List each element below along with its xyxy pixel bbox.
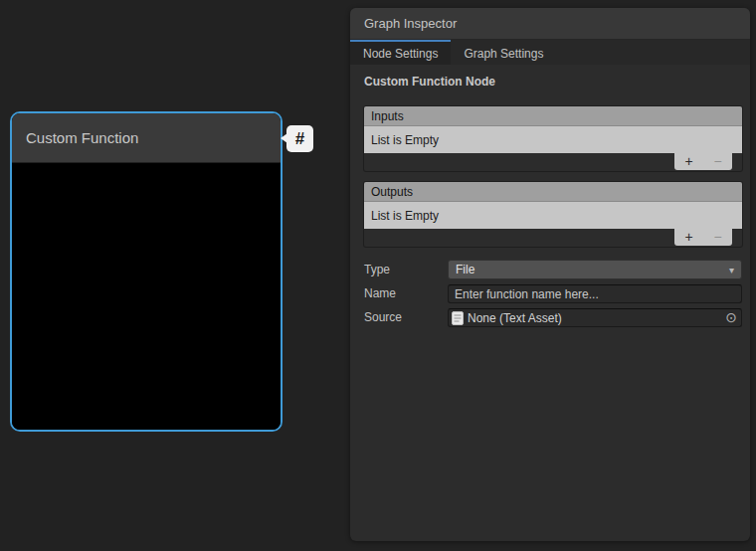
- graph-inspector-panel: Graph Inspector Node Settings Graph Sett…: [350, 8, 750, 541]
- tab-node-settings-label: Node Settings: [363, 47, 438, 61]
- type-row: Type File ▾: [364, 260, 742, 279]
- hash-badge-button[interactable]: #: [286, 125, 313, 152]
- custom-function-node[interactable]: Custom Function: [10, 111, 283, 432]
- tab-graph-settings-label: Graph Settings: [464, 47, 543, 61]
- inputs-list-empty-row: List is Empty: [364, 126, 742, 153]
- inputs-empty-label: List is Empty: [371, 133, 439, 147]
- inputs-remove-button[interactable]: −: [706, 153, 730, 170]
- inputs-list: Inputs List is Empty + −: [364, 106, 742, 171]
- outputs-add-button[interactable]: +: [677, 229, 701, 246]
- inputs-list-header: Inputs: [364, 106, 742, 126]
- function-name-input[interactable]: [448, 284, 742, 303]
- outputs-list-header: Outputs: [364, 182, 742, 202]
- source-row: Source None (Text Asse: [364, 307, 742, 327]
- tab-graph-settings[interactable]: Graph Settings: [451, 40, 556, 65]
- outputs-footer-buttons: + −: [674, 229, 732, 246]
- inputs-list-title: Inputs: [371, 109, 404, 123]
- source-object-value: None (Text Asset): [468, 311, 562, 325]
- node-title-bar[interactable]: Custom Function: [12, 113, 281, 163]
- inputs-footer-buttons: + −: [674, 153, 732, 170]
- node-title-label: Custom Function: [26, 129, 138, 146]
- section-title: Custom Function Node: [364, 75, 742, 89]
- source-object-field[interactable]: None (Text Asset) ⊙: [448, 308, 742, 327]
- outputs-remove-button[interactable]: −: [706, 229, 730, 246]
- graph-canvas[interactable]: Custom Function # Graph Inspector Node S…: [0, 0, 756, 551]
- property-rows: Type File ▾ Name Source: [364, 260, 742, 327]
- node-preview-body: [12, 163, 281, 430]
- panel-title: Graph Inspector: [364, 16, 457, 31]
- hash-icon: #: [295, 129, 304, 149]
- type-dropdown-value: File: [456, 263, 474, 276]
- outputs-list-footer: + −: [364, 229, 742, 247]
- inspector-tabbar: Node Settings Graph Settings: [350, 40, 750, 65]
- type-label: Type: [364, 263, 448, 276]
- outputs-list-empty-row: List is Empty: [364, 202, 742, 229]
- type-dropdown[interactable]: File ▾: [448, 260, 742, 279]
- name-row: Name: [364, 283, 742, 303]
- chevron-down-icon: ▾: [729, 265, 734, 276]
- inspector-body: Custom Function Node Inputs List is Empt…: [350, 75, 750, 327]
- panel-header: Graph Inspector: [350, 8, 750, 40]
- object-picker-icon[interactable]: ⊙: [725, 309, 737, 326]
- text-asset-icon: [452, 311, 464, 325]
- inputs-add-button[interactable]: +: [677, 153, 701, 170]
- tab-node-settings[interactable]: Node Settings: [350, 40, 451, 65]
- inputs-list-footer: + −: [364, 153, 742, 171]
- outputs-empty-label: List is Empty: [371, 209, 439, 223]
- outputs-list: Outputs List is Empty + −: [364, 182, 742, 247]
- name-label: Name: [364, 286, 448, 300]
- outputs-list-title: Outputs: [371, 185, 413, 199]
- source-label: Source: [364, 310, 448, 324]
